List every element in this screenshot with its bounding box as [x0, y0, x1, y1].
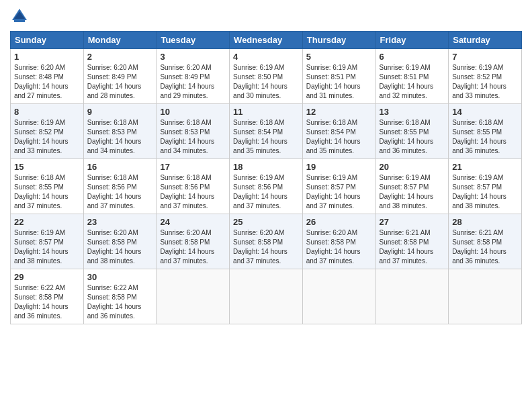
day-number: 22	[14, 217, 80, 227]
cell-content: Sunrise: 6:20 AM Sunset: 8:58 PM Dayligh…	[87, 228, 153, 266]
daylight-label: Daylight: 14 hours and 37 minutes.	[14, 193, 69, 210]
sunset-label: Sunset: 8:58 PM	[87, 293, 137, 301]
day-number: 28	[452, 217, 518, 227]
cell-content: Sunrise: 6:18 AM Sunset: 8:53 PM Dayligh…	[160, 118, 226, 156]
sunset-label: Sunset: 8:58 PM	[452, 238, 502, 246]
cell-content: Sunrise: 6:18 AM Sunset: 8:56 PM Dayligh…	[87, 173, 153, 211]
calendar-week-row: 15 Sunrise: 6:18 AM Sunset: 8:55 PM Dayl…	[11, 159, 522, 214]
day-header-monday: Monday	[83, 32, 157, 49]
cell-content: Sunrise: 6:18 AM Sunset: 8:55 PM Dayligh…	[14, 173, 80, 211]
day-number: 18	[233, 162, 299, 172]
calendar-cell: 9 Sunrise: 6:18 AM Sunset: 8:53 PM Dayli…	[83, 104, 157, 159]
sunrise-label: Sunrise: 6:19 AM	[306, 174, 357, 181]
sunset-label: Sunset: 8:58 PM	[380, 238, 429, 246]
sunset-label: Sunset: 8:58 PM	[306, 238, 356, 246]
calendar-cell: 21 Sunrise: 6:19 AM Sunset: 8:57 PM Dayl…	[449, 159, 522, 214]
calendar-cell	[449, 269, 522, 324]
day-header-friday: Friday	[375, 32, 449, 49]
page: SundayMondayTuesdayWednesdayThursdayFrid…	[0, 0, 532, 411]
sunset-label: Sunset: 8:55 PM	[452, 128, 502, 136]
sunset-label: Sunset: 8:55 PM	[380, 128, 429, 136]
sunrise-label: Sunrise: 6:19 AM	[380, 64, 431, 71]
calendar-cell: 24 Sunrise: 6:20 AM Sunset: 8:58 PM Dayl…	[157, 214, 230, 269]
cell-content: Sunrise: 6:19 AM Sunset: 8:52 PM Dayligh…	[14, 118, 80, 156]
cell-content: Sunrise: 6:20 AM Sunset: 8:48 PM Dayligh…	[14, 63, 80, 101]
sunset-label: Sunset: 8:53 PM	[87, 128, 137, 136]
daylight-label: Daylight: 14 hours and 36 minutes.	[87, 303, 142, 320]
day-number: 25	[233, 217, 299, 227]
daylight-label: Daylight: 14 hours and 37 minutes.	[380, 248, 434, 265]
logo-icon	[10, 7, 29, 26]
calendar-cell: 30 Sunrise: 6:22 AM Sunset: 8:58 PM Dayl…	[83, 269, 157, 324]
calendar-cell: 23 Sunrise: 6:20 AM Sunset: 8:58 PM Dayl…	[83, 214, 157, 269]
daylight-label: Daylight: 14 hours and 38 minutes.	[380, 193, 434, 210]
cell-content: Sunrise: 6:19 AM Sunset: 8:52 PM Dayligh…	[452, 63, 518, 101]
sunset-label: Sunset: 8:49 PM	[87, 73, 137, 81]
daylight-label: Daylight: 14 hours and 38 minutes.	[87, 248, 142, 265]
daylight-label: Daylight: 14 hours and 38 minutes.	[452, 193, 506, 210]
cell-content: Sunrise: 6:18 AM Sunset: 8:56 PM Dayligh…	[160, 173, 226, 211]
calendar-cell: 19 Sunrise: 6:19 AM Sunset: 8:57 PM Dayl…	[302, 159, 375, 214]
daylight-label: Daylight: 14 hours and 37 minutes.	[87, 193, 142, 210]
calendar-week-row: 22 Sunrise: 6:19 AM Sunset: 8:57 PM Dayl…	[11, 214, 522, 269]
sunrise-label: Sunrise: 6:20 AM	[87, 229, 138, 236]
day-number: 29	[14, 272, 80, 282]
day-header-wednesday: Wednesday	[230, 32, 303, 49]
sunset-label: Sunset: 8:52 PM	[452, 73, 502, 81]
calendar-week-row: 1 Sunrise: 6:20 AM Sunset: 8:48 PM Dayli…	[11, 49, 522, 104]
sunrise-label: Sunrise: 6:19 AM	[452, 64, 503, 71]
daylight-label: Daylight: 14 hours and 33 minutes.	[452, 83, 506, 99]
calendar-cell: 25 Sunrise: 6:20 AM Sunset: 8:58 PM Dayl…	[230, 214, 303, 269]
calendar-cell: 22 Sunrise: 6:19 AM Sunset: 8:57 PM Dayl…	[11, 214, 84, 269]
calendar-cell: 18 Sunrise: 6:19 AM Sunset: 8:56 PM Dayl…	[230, 159, 303, 214]
daylight-label: Daylight: 14 hours and 31 minutes.	[306, 83, 361, 99]
sunset-label: Sunset: 8:57 PM	[380, 183, 429, 191]
sunset-label: Sunset: 8:56 PM	[87, 183, 137, 191]
sunset-label: Sunset: 8:54 PM	[306, 128, 356, 136]
calendar-cell	[230, 269, 303, 324]
sunrise-label: Sunrise: 6:18 AM	[160, 174, 211, 181]
cell-content: Sunrise: 6:19 AM Sunset: 8:56 PM Dayligh…	[233, 173, 299, 211]
cell-content: Sunrise: 6:21 AM Sunset: 8:58 PM Dayligh…	[380, 228, 445, 266]
sunrise-label: Sunrise: 6:18 AM	[14, 174, 65, 181]
day-header-tuesday: Tuesday	[157, 32, 230, 49]
sunrise-label: Sunrise: 6:18 AM	[233, 119, 284, 126]
cell-content: Sunrise: 6:18 AM Sunset: 8:54 PM Dayligh…	[233, 118, 299, 156]
sunrise-label: Sunrise: 6:18 AM	[87, 174, 138, 181]
day-number: 16	[87, 162, 153, 172]
daylight-label: Daylight: 14 hours and 36 minutes.	[380, 138, 434, 154]
cell-content: Sunrise: 6:18 AM Sunset: 8:55 PM Dayligh…	[452, 118, 518, 156]
day-header-saturday: Saturday	[449, 32, 522, 49]
cell-content: Sunrise: 6:20 AM Sunset: 8:58 PM Dayligh…	[160, 228, 226, 266]
sunrise-label: Sunrise: 6:21 AM	[380, 229, 431, 236]
cell-content: Sunrise: 6:18 AM Sunset: 8:55 PM Dayligh…	[380, 118, 445, 156]
day-number: 11	[233, 107, 299, 117]
daylight-label: Daylight: 14 hours and 37 minutes.	[233, 248, 287, 265]
svg-rect-2	[14, 20, 25, 22]
sunrise-label: Sunrise: 6:20 AM	[160, 64, 211, 71]
calendar-cell: 26 Sunrise: 6:20 AM Sunset: 8:58 PM Dayl…	[302, 214, 375, 269]
daylight-label: Daylight: 14 hours and 37 minutes.	[233, 193, 287, 210]
calendar-week-row: 8 Sunrise: 6:19 AM Sunset: 8:52 PM Dayli…	[11, 104, 522, 159]
calendar-cell: 28 Sunrise: 6:21 AM Sunset: 8:58 PM Dayl…	[449, 214, 522, 269]
calendar-cell: 6 Sunrise: 6:19 AM Sunset: 8:51 PM Dayli…	[375, 49, 449, 104]
calendar-cell	[375, 269, 449, 324]
sunset-label: Sunset: 8:58 PM	[233, 238, 283, 246]
daylight-label: Daylight: 14 hours and 35 minutes.	[306, 138, 361, 154]
cell-content: Sunrise: 6:19 AM Sunset: 8:51 PM Dayligh…	[306, 63, 372, 101]
calendar-cell: 11 Sunrise: 6:18 AM Sunset: 8:54 PM Dayl…	[230, 104, 303, 159]
day-number: 17	[160, 162, 226, 172]
sunset-label: Sunset: 8:56 PM	[233, 183, 283, 191]
sunrise-label: Sunrise: 6:18 AM	[160, 119, 211, 126]
sunrise-label: Sunrise: 6:20 AM	[233, 229, 284, 236]
cell-content: Sunrise: 6:20 AM Sunset: 8:58 PM Dayligh…	[306, 228, 372, 266]
sunset-label: Sunset: 8:50 PM	[233, 73, 283, 81]
calendar-cell: 8 Sunrise: 6:19 AM Sunset: 8:52 PM Dayli…	[11, 104, 84, 159]
sunset-label: Sunset: 8:52 PM	[14, 128, 64, 136]
daylight-label: Daylight: 14 hours and 29 minutes.	[160, 83, 214, 99]
calendar-cell: 29 Sunrise: 6:22 AM Sunset: 8:58 PM Dayl…	[11, 269, 84, 324]
daylight-label: Daylight: 14 hours and 36 minutes.	[452, 138, 506, 154]
sunset-label: Sunset: 8:51 PM	[306, 73, 356, 81]
cell-content: Sunrise: 6:19 AM Sunset: 8:57 PM Dayligh…	[14, 228, 80, 266]
sunrise-label: Sunrise: 6:18 AM	[452, 119, 503, 126]
